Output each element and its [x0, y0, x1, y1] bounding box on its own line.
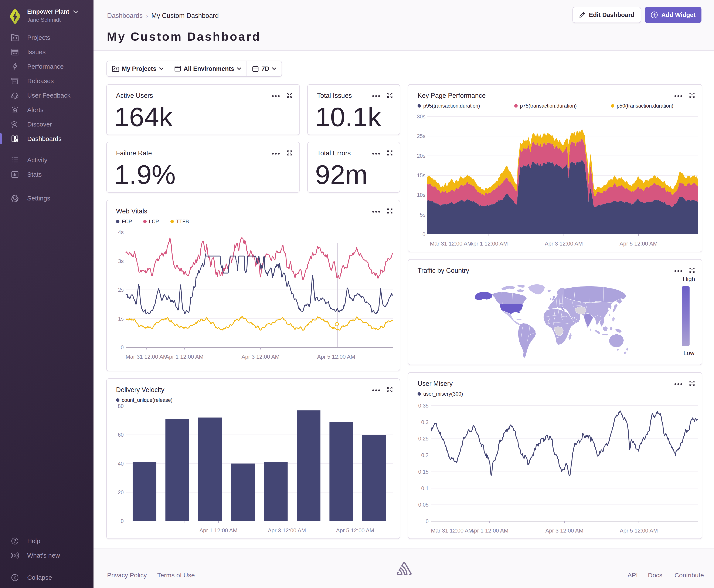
svg-text:0: 0 [423, 231, 426, 237]
svg-text:0.2: 0.2 [421, 452, 429, 458]
svg-text:Apr 3 12:00 AM: Apr 3 12:00 AM [268, 527, 306, 533]
svg-text:1s: 1s [118, 316, 124, 322]
svg-text:80: 80 [118, 403, 124, 409]
svg-text:Apr 5 12:00 AM: Apr 5 12:00 AM [620, 527, 658, 534]
svg-text:0.1: 0.1 [421, 485, 429, 491]
svg-text:Apr 3 12:00 AM: Apr 3 12:00 AM [545, 240, 583, 247]
svg-text:0.35: 0.35 [418, 403, 429, 408]
svg-text:3s: 3s [118, 258, 124, 264]
svg-text:Mar 31 12:00 AM: Mar 31 12:00 AM [430, 240, 472, 247]
svg-text:Apr 1 12:00 AM: Apr 1 12:00 AM [470, 527, 508, 534]
svg-text:2s: 2s [118, 287, 124, 293]
svg-text:Apr 1 12:00 AM: Apr 1 12:00 AM [470, 240, 508, 247]
svg-text:Apr 1 12:00 AM: Apr 1 12:00 AM [199, 527, 237, 533]
svg-text:Apr 3 12:00 AM: Apr 3 12:00 AM [545, 527, 583, 534]
svg-text:60: 60 [118, 432, 124, 438]
svg-text:0: 0 [121, 518, 124, 524]
svg-text:Apr 3 12:00 AM: Apr 3 12:00 AM [241, 354, 279, 360]
svg-text:0: 0 [426, 518, 429, 524]
svg-text:5s: 5s [420, 212, 426, 218]
svg-text:0.05: 0.05 [418, 502, 429, 508]
svg-text:4s: 4s [118, 229, 124, 235]
svg-text:30s: 30s [417, 113, 426, 120]
svg-text:Apr 5 12:00 AM: Apr 5 12:00 AM [336, 527, 374, 533]
svg-text:Mar 31 12:00 AM: Mar 31 12:00 AM [126, 354, 168, 360]
svg-text:0.3: 0.3 [421, 419, 429, 425]
svg-text:20: 20 [118, 489, 124, 495]
svg-text:10s: 10s [417, 192, 426, 198]
svg-text:0.25: 0.25 [418, 436, 429, 442]
svg-text:15s: 15s [417, 172, 426, 178]
svg-text:40: 40 [118, 461, 124, 467]
svg-text:Apr 5 12:00 AM: Apr 5 12:00 AM [317, 354, 355, 360]
svg-text:20s: 20s [417, 153, 426, 159]
svg-text:25s: 25s [417, 133, 426, 139]
svg-text:Apr 1 12:00 AM: Apr 1 12:00 AM [165, 354, 203, 360]
svg-text:0.15: 0.15 [418, 469, 429, 475]
svg-text:Apr 5 12:00 AM: Apr 5 12:00 AM [620, 240, 657, 247]
svg-text:0: 0 [121, 344, 124, 350]
svg-text:Mar 31 12:00 AM: Mar 31 12:00 AM [431, 527, 473, 534]
